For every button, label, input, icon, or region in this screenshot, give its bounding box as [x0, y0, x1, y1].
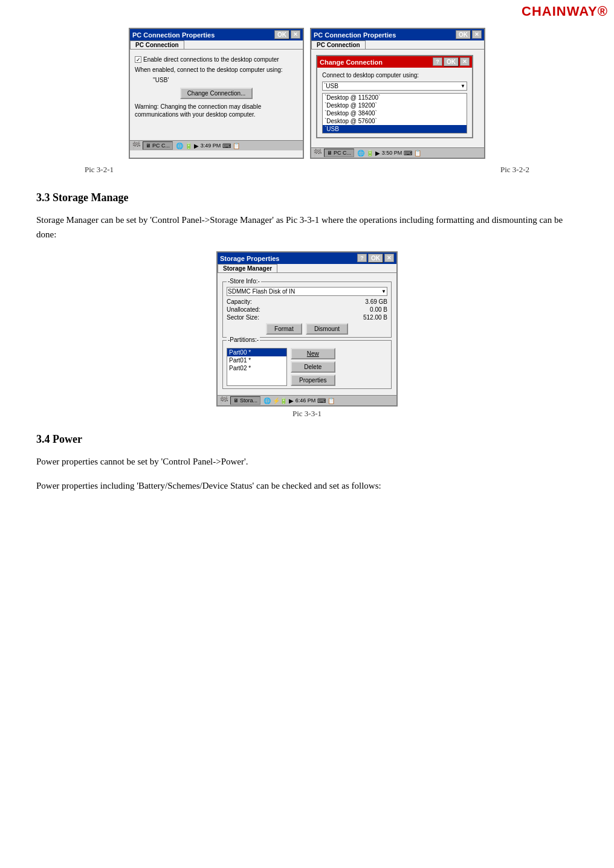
listbox-item-3[interactable]: `Desktop @ 57600` — [323, 117, 467, 125]
change-conn-dropdown-val: `USB — [324, 83, 460, 89]
pic321-usb: ''USB' — [153, 76, 298, 84]
listbox-item-4[interactable]: `USB — [323, 125, 467, 133]
listbox-item-2[interactable]: `Desktop @ 38400` — [323, 109, 467, 117]
listbox-item-0[interactable]: `Desktop @ 115200` — [323, 94, 467, 101]
pic331-body: -Store Info:- SDMMC Flash Disk of IN ▼ C… — [218, 275, 396, 395]
new-button[interactable]: New — [291, 348, 335, 359]
dropdown-arrow-icon: ▼ — [460, 83, 465, 89]
capacity-label: Capacity: — [227, 298, 252, 305]
properties-button[interactable]: Properties — [291, 375, 335, 386]
change-conn-buttons: ? OK ✕ — [433, 57, 470, 66]
storage-dropdown[interactable]: SDMMC Flash Disk of IN ▼ — [227, 287, 387, 296]
pic321-checkbox[interactable]: ✓ — [135, 56, 141, 63]
partition-buttons: New Delete Properties — [291, 348, 335, 386]
partition-item-1[interactable]: Part01 * — [227, 356, 286, 364]
pic331-app-label: Stora... — [240, 397, 257, 403]
change-conn-help[interactable]: ? — [433, 57, 442, 66]
partition-item-0[interactable]: Part00 * — [227, 349, 286, 356]
pic331-tab[interactable]: Storage Manager — [218, 264, 277, 272]
section-33-paragraph: Storage Manager can be set by 'Control P… — [36, 213, 578, 242]
capacity-row: Capacity: 3.69 GB — [227, 298, 387, 305]
store-info-group: -Store Info:- SDMMC Flash Disk of IN ▼ C… — [222, 281, 392, 338]
pic331-taskbar: 🏁 🖥 Stora... 🌐 ⚡🔋 ▶ 6:46 PM ⌨ 📋 — [218, 395, 396, 405]
change-connection-dialog: Change Connection ? OK ✕ Connect to desk… — [316, 55, 473, 138]
caption-331: Pic 3-3-1 — [292, 409, 322, 419]
pic331-app[interactable]: 🖥 Stora... — [230, 396, 260, 405]
pic331-flag: 🏁 — [219, 396, 228, 405]
caption-321: Pic 3-2-1 — [85, 165, 114, 175]
pic322-app[interactable]: 🖥 PC C... — [324, 149, 354, 157]
format-button[interactable]: Format — [266, 323, 302, 335]
pic321-titlebar: PC Connection Properties OK ✕ — [130, 29, 303, 40]
pic331-close[interactable]: ✕ — [384, 254, 394, 262]
pic322-bg-close[interactable]: ✕ — [472, 30, 482, 39]
pic331-arrow: ▶ — [289, 397, 294, 404]
store-buttons: Format Dismount — [227, 323, 387, 335]
change-conn-ok[interactable]: OK — [444, 57, 459, 66]
pic322-bg-ok[interactable]: OK — [456, 30, 471, 39]
pic331-ok[interactable]: OK — [368, 254, 383, 263]
pic321-flag: 🏁 — [132, 141, 141, 150]
pic321-time: 3:49 PM — [201, 143, 221, 149]
pic331-time: 6:46 PM — [296, 397, 316, 403]
pic321-buttons: OK ✕ — [274, 30, 300, 39]
pic321-checkbox-label: Enable direct connections to the desktop… — [143, 56, 279, 63]
pic331-window: Storage Properties ? OK ✕ Storage Manage… — [216, 251, 398, 407]
capacity-value: 3.69 GB — [365, 298, 387, 305]
pic321-checkbox-row: ✓ Enable direct connections to the deskt… — [135, 56, 298, 63]
pic321-misc: 📋 — [233, 143, 240, 149]
pic321-arrow: ▶ — [194, 143, 199, 149]
pic322-bg-tabs: PC Connection — [311, 40, 484, 50]
pic322-flag: 🏁 — [313, 149, 322, 157]
dismount-button[interactable]: Dismount — [306, 323, 348, 335]
change-conn-close[interactable]: ✕ — [460, 57, 470, 66]
section-34-heading: 3.4 Power — [36, 433, 578, 446]
pic331-title: Storage Properties — [220, 255, 357, 262]
caption-322: Pic 3-2-2 — [500, 165, 529, 175]
pic331-buttons: ? OK ✕ — [357, 254, 394, 263]
pic322-arrow: ▶ — [375, 150, 380, 156]
header: CHAINWAY® — [0, 0, 614, 22]
pic331-help[interactable]: ? — [357, 254, 367, 262]
pic321-icons: 🌐 🔋 — [176, 143, 192, 149]
section-33-heading: 3.3 Storage Manage — [36, 191, 578, 204]
pic331-kbd: ⌨ — [317, 397, 326, 404]
pic322-icons: 🌐 🔋 — [357, 150, 373, 156]
section-34-paragraph1: Power properties cannot be set by 'Contr… — [36, 454, 578, 469]
pic321-taskbar: 🏁 🖥 PC C... 🌐 🔋 ▶ 3:49 PM ⌨ 📋 — [130, 140, 303, 150]
pic331-icons: 🌐 ⚡🔋 — [263, 397, 287, 404]
pic321-app-label: PC C... — [152, 143, 170, 149]
partition-item-2[interactable]: Part02 * — [227, 364, 286, 372]
pic321-close[interactable]: ✕ — [291, 30, 300, 39]
pic321-app-icon: 🖥 — [146, 143, 151, 149]
sector-label: Sector Size: — [227, 314, 259, 321]
change-conn-listbox[interactable]: `Desktop @ 115200` `Desktop @ 19200` `De… — [322, 93, 467, 133]
screenshots-row: PC Connection Properties OK ✕ PC Connect… — [36, 28, 578, 159]
pic321-change-btn[interactable]: Change Connection... — [180, 88, 253, 99]
pic322-app-label: PC C... — [334, 150, 351, 156]
change-conn-dropdown[interactable]: `USB ▼ — [322, 82, 467, 91]
change-conn-label: Connect to desktop computer using: — [322, 71, 467, 79]
partitions-listbox[interactable]: Part00 * Part01 * Part02 * — [227, 348, 287, 386]
pic321-ok[interactable]: OK — [274, 30, 289, 39]
sector-row: Sector Size: 512.00 B — [227, 314, 387, 321]
listbox-item-1[interactable]: `Desktop @ 19200` — [323, 101, 467, 109]
partitions-group: -Partitions:- Part00 * Part01 * Part02 *… — [222, 340, 392, 389]
delete-button[interactable]: Delete — [291, 361, 335, 373]
partitions-layout: Part00 * Part01 * Part02 * New Delete Pr… — [227, 348, 387, 386]
pic321-tab[interactable]: PC Connection — [130, 40, 184, 49]
pic322-misc: 📋 — [414, 150, 421, 156]
pic322-container: PC Connection Properties OK ✕ PC Connect… — [310, 28, 485, 159]
pic321-title: PC Connection Properties — [132, 31, 274, 39]
sector-value: 512.00 B — [363, 314, 387, 321]
pic322-app-icon: 🖥 — [327, 150, 332, 156]
section-34: 3.4 Power Power properties cannot be set… — [36, 433, 578, 493]
pic322-bg-titlebar: PC Connection Properties OK ✕ — [311, 29, 484, 40]
pic322-bg-buttons: OK ✕ — [456, 30, 482, 39]
dropdown-arrow-icon: ▼ — [381, 289, 386, 294]
pic322-bg-title: PC Connection Properties — [314, 31, 456, 39]
pic322-taskbar: 🏁 🖥 PC C... 🌐 🔋 ▶ 3:50 PM ⌨ 📋 — [311, 147, 484, 158]
partitions-label: -Partitions:- — [227, 336, 260, 343]
pic322-bg-tab[interactable]: PC Connection — [311, 40, 366, 49]
pic321-app[interactable]: 🖥 PC C... — [143, 141, 173, 150]
